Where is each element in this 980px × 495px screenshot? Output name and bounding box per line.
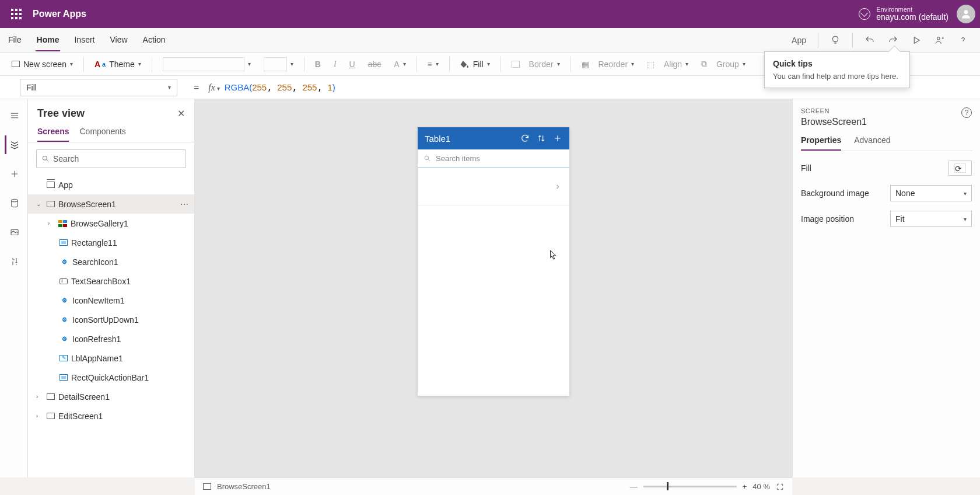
tab-file[interactable]: File — [7, 29, 23, 51]
rail-data-icon[interactable] — [5, 194, 23, 212]
tree-item-browsescreen[interactable]: ⌄BrowseScreen1⋯ — [28, 194, 194, 214]
prop-bg-label: Background image — [801, 189, 869, 198]
tree-item-sort[interactable]: ⚙IconSortUpDown1 — [28, 310, 194, 329]
chevron-right-icon — [554, 183, 561, 190]
tree-item-newitem[interactable]: ⚙IconNewItem1 — [28, 291, 194, 310]
zoom-slider[interactable] — [643, 486, 737, 487]
refresh-icon[interactable] — [520, 134, 530, 143]
environment-icon — [859, 8, 870, 20]
rail-hamburger-icon[interactable] — [5, 106, 23, 125]
rail-media-icon[interactable] — [5, 223, 23, 242]
prop-fill-label: Fill — [801, 163, 811, 173]
svg-point-1 — [937, 37, 940, 40]
tab-action[interactable]: Action — [142, 29, 167, 51]
bold-button[interactable]: B — [310, 57, 326, 71]
tab-home[interactable]: Home — [36, 29, 61, 51]
underline-button[interactable]: U — [345, 57, 360, 71]
property-selector[interactable]: Fill ▾ — [20, 79, 177, 96]
border-button[interactable]: Border▾ — [507, 57, 565, 71]
preview-search[interactable]: Search items — [418, 149, 569, 168]
font-size-dropdown[interactable]: ▾ — [259, 55, 298, 74]
app-preview[interactable]: Table1 Search items — [418, 127, 569, 396]
screen-icon — [12, 61, 20, 67]
svg-point-0 — [964, 10, 968, 14]
props-tab-advanced[interactable]: Advanced — [854, 135, 890, 151]
tree-item-gallery[interactable]: ›BrowseGallery1 — [28, 214, 194, 233]
tree-tab-components[interactable]: Components — [79, 127, 125, 142]
properties-panel: SCREEN BrowseScreen1 ? Properties Advanc… — [792, 99, 980, 477]
formula-input[interactable]: RGBA(255, 255, 255, 1) — [225, 82, 335, 93]
tree-item-appname[interactable]: LblAppName1 — [28, 348, 194, 368]
help-icon[interactable] — [953, 32, 973, 49]
quick-tips-tooltip: Quick tips You can find help and more ti… — [764, 51, 910, 88]
tree-item-detailscreen[interactable]: ›DetailScreen1 — [28, 387, 194, 406]
tree-item-quickaction[interactable]: RectQuickActionBar1 — [28, 368, 194, 387]
undo-icon[interactable] — [860, 32, 880, 49]
zoom-out-button[interactable]: — — [630, 482, 638, 491]
environment-picker[interactable]: Environment enayu.com (default) — [859, 6, 949, 22]
font-color-button[interactable]: A▾ — [389, 57, 410, 71]
app-settings-button[interactable]: App — [787, 32, 811, 48]
environment-name: enayu.com (default) — [876, 13, 949, 22]
svg-point-4 — [43, 156, 47, 160]
tree-item-rect11[interactable]: Rectangle11 — [28, 233, 194, 252]
tree-item-refresh[interactable]: ⚙IconRefresh1 — [28, 329, 194, 348]
reorder-button[interactable]: ▦ Reorder▾ — [577, 57, 639, 71]
preview-row[interactable] — [418, 168, 569, 205]
more-icon[interactable]: ⋯ — [180, 200, 190, 209]
text-align-button[interactable]: ≡▾ — [423, 57, 443, 71]
app-title: Power Apps — [33, 9, 86, 19]
props-name: BrowseScreen1 — [801, 117, 867, 127]
tree-search-input[interactable]: Search — [36, 149, 186, 168]
user-avatar[interactable] — [957, 5, 975, 23]
prop-pos-label: Image position — [801, 214, 854, 224]
image-position-dropdown[interactable]: Fit▾ — [890, 211, 972, 227]
svg-point-2 — [12, 199, 18, 202]
tree-title: Tree view — [37, 107, 85, 120]
app-launcher-icon[interactable] — [5, 2, 28, 26]
tree-item-searchicon[interactable]: ⚙SearchIcon1 — [28, 252, 194, 271]
tree-list: App ⌄BrowseScreen1⋯ ›BrowseGallery1 Rect… — [28, 175, 194, 477]
rail-insert-icon[interactable] — [5, 165, 23, 183]
paint-bucket-icon — [460, 60, 470, 69]
new-screen-button[interactable]: New screen ▾ — [7, 57, 78, 71]
italic-button[interactable]: I — [329, 57, 341, 71]
fill-button[interactable]: Fill▾ — [456, 57, 495, 71]
close-icon[interactable]: ✕ — [177, 108, 185, 119]
fx-icon[interactable]: fx ▾ — [208, 82, 219, 93]
tree-tab-screens[interactable]: Screens — [37, 127, 69, 142]
props-tab-properties[interactable]: Properties — [801, 135, 841, 151]
environment-label: Environment — [876, 6, 949, 13]
align-button[interactable]: ⬚ Align▾ — [642, 57, 693, 71]
tooltip-title: Quick tips — [773, 59, 901, 68]
font-dropdown[interactable]: ▾ — [158, 55, 256, 74]
canvas[interactable]: Table1 Search items — [195, 99, 792, 477]
tab-insert[interactable]: Insert — [73, 29, 96, 51]
info-icon[interactable]: ? — [961, 107, 972, 118]
bg-image-dropdown[interactable]: None▾ — [890, 185, 972, 201]
app-checker-icon[interactable] — [825, 32, 845, 49]
sort-icon[interactable] — [537, 134, 546, 143]
status-screen-name: BrowseScreen1 — [217, 482, 271, 491]
strike-button[interactable]: abc — [363, 57, 386, 71]
tree-view-panel: Tree view ✕ Screens Components Search Ap… — [28, 99, 195, 477]
group-button[interactable]: ⧉ Group▾ — [696, 57, 750, 71]
search-icon — [424, 155, 431, 162]
play-icon[interactable] — [907, 32, 926, 49]
tree-item-searchbox[interactable]: TextSearchBox1 — [28, 271, 194, 291]
props-section-label: SCREEN — [801, 107, 867, 114]
share-icon[interactable] — [930, 32, 950, 49]
equals-label: = — [194, 82, 199, 93]
tab-view[interactable]: View — [108, 29, 128, 51]
fit-screen-icon[interactable] — [776, 483, 784, 491]
add-icon[interactable] — [553, 134, 562, 143]
zoom-in-button[interactable]: + — [743, 482, 747, 491]
tree-item-app[interactable]: App — [28, 175, 194, 194]
theme-button[interactable]: Aa Theme ▾ — [90, 57, 146, 71]
tree-item-editscreen[interactable]: ›EditScreen1 — [28, 406, 194, 426]
fill-color-picker[interactable]: ⟳ — [949, 161, 972, 176]
search-icon — [41, 155, 50, 163]
tooltip-body: You can find help and more tips here. — [773, 72, 901, 81]
rail-advanced-icon[interactable] — [5, 252, 23, 271]
rail-tree-icon[interactable] — [5, 135, 23, 154]
